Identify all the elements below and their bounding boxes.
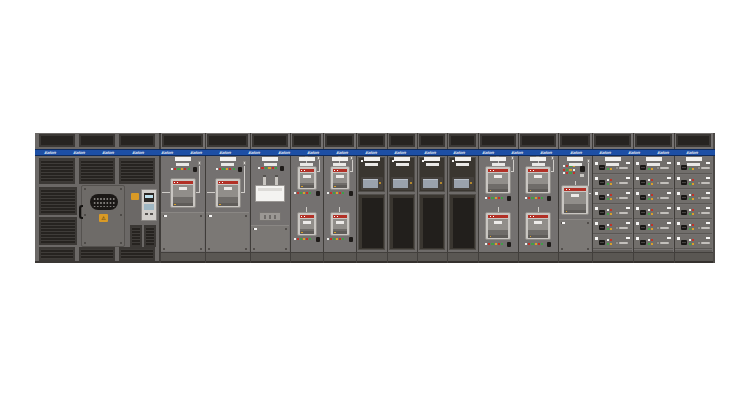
mcc-unit-row (593, 190, 632, 204)
unit-label (667, 177, 671, 180)
breaker-faceplate (534, 221, 542, 224)
control-switch (280, 166, 284, 171)
breaker-rating-dot (337, 170, 338, 171)
brand-logo: Eaton (249, 150, 260, 153)
indicator-lamp (651, 243, 653, 245)
meter-unit-display (258, 188, 282, 191)
roof-vent-inner (121, 136, 153, 145)
mimic-bus-line (207, 192, 215, 193)
unit-label (706, 207, 710, 210)
mimic-bus-line (319, 159, 320, 172)
indicator-lamp (607, 168, 609, 170)
breaker-rating-strip (528, 215, 548, 218)
unit-meter-line (600, 227, 604, 229)
section-nameplate (687, 163, 700, 166)
mcc-unit-row (634, 175, 673, 189)
indicator-lamp (226, 168, 228, 170)
breaker-rating-dot (566, 189, 567, 190)
indicator-lamp (651, 228, 653, 230)
unit-meter-line (641, 182, 645, 184)
indicator-lamp (689, 213, 691, 215)
indicator-lamp (607, 209, 609, 211)
switch-handle (701, 242, 710, 244)
cabinet-door: ⚠ (81, 185, 125, 247)
indicator-lamp (692, 198, 694, 200)
indicator-lamp (563, 172, 565, 174)
switch-knob (697, 241, 701, 245)
door-screw (587, 248, 589, 250)
breaker-bottom-rail (488, 189, 508, 192)
control-switch (547, 242, 551, 247)
roof-vent-inner (451, 136, 474, 145)
base-gap (417, 252, 418, 263)
indicator-lamp (651, 239, 653, 241)
vent-grille-slats (41, 249, 73, 259)
roof-vent-panel (358, 134, 385, 147)
unit-meter (640, 240, 646, 245)
indicator-lamp (333, 192, 335, 194)
unit-meter (599, 210, 605, 215)
indicator-lamp (306, 192, 308, 194)
pt-leg (275, 175, 278, 185)
breaker-rating-dot (490, 170, 491, 171)
switch-handle (660, 182, 669, 184)
door-screw (285, 228, 287, 230)
brand-logo: Eaton (628, 150, 639, 153)
breaker-faceplate (303, 221, 311, 224)
mimic-bus-line (589, 193, 591, 194)
meter-button (145, 213, 148, 215)
roof-vent-inner (596, 136, 629, 145)
roof-vent-inner (678, 136, 709, 145)
hmi-button (470, 182, 472, 184)
base-gap (323, 252, 324, 263)
switch-knob (615, 226, 619, 230)
unit-meter (640, 180, 646, 185)
switch-knob (656, 196, 660, 200)
unit-meter-line (682, 197, 686, 199)
door-screw (120, 214, 122, 216)
indicator-lamp (297, 192, 299, 194)
unit-meter-line (641, 212, 645, 214)
section-nameplate (299, 157, 315, 161)
switch-handle (660, 197, 669, 199)
door-handle (79, 205, 83, 219)
breaker-amber-dot (301, 232, 303, 234)
breaker-faceplate (179, 187, 187, 190)
mcc-unit-row (675, 205, 712, 219)
indicator-lamp (607, 228, 609, 230)
mcc-unit-row (634, 220, 673, 234)
mcc-unit-row (593, 205, 632, 219)
door-screw (200, 215, 202, 217)
section-nameplate (424, 157, 440, 161)
vent-grille (39, 187, 77, 215)
indicator-lamp (327, 192, 329, 194)
indicator-lamp (689, 209, 691, 211)
indicator-lamp (569, 169, 571, 171)
meter-screen-band (145, 195, 153, 198)
vent-grille-slats (121, 160, 153, 182)
section-nameplate (455, 157, 471, 161)
unit-meter (681, 240, 687, 245)
indicator-lamp (689, 224, 691, 226)
indicator-lamp (648, 224, 650, 226)
section-nameplate (490, 157, 506, 161)
brand-logo: Eaton (512, 150, 523, 153)
indicator-lamp (538, 197, 540, 199)
unit-tag (595, 207, 598, 210)
breaker-amber-dot (334, 186, 336, 188)
base-gap (558, 252, 559, 263)
mcc-unit-row (675, 190, 712, 204)
breaker-rating-dot (222, 182, 223, 183)
unit-label (706, 237, 710, 240)
indicator-lamp (651, 213, 653, 215)
indicator-lamp (692, 194, 694, 196)
indicator-lamp (648, 168, 650, 170)
mimic-bus-line (244, 166, 245, 193)
breaker-rating-dot (337, 216, 338, 217)
roof-vent-inner (360, 136, 383, 145)
indicator-lamp (303, 192, 305, 194)
unit-label (706, 162, 710, 165)
indicator-lamp (692, 179, 694, 181)
section-nameplate (220, 157, 236, 161)
hmi-button (379, 182, 381, 184)
